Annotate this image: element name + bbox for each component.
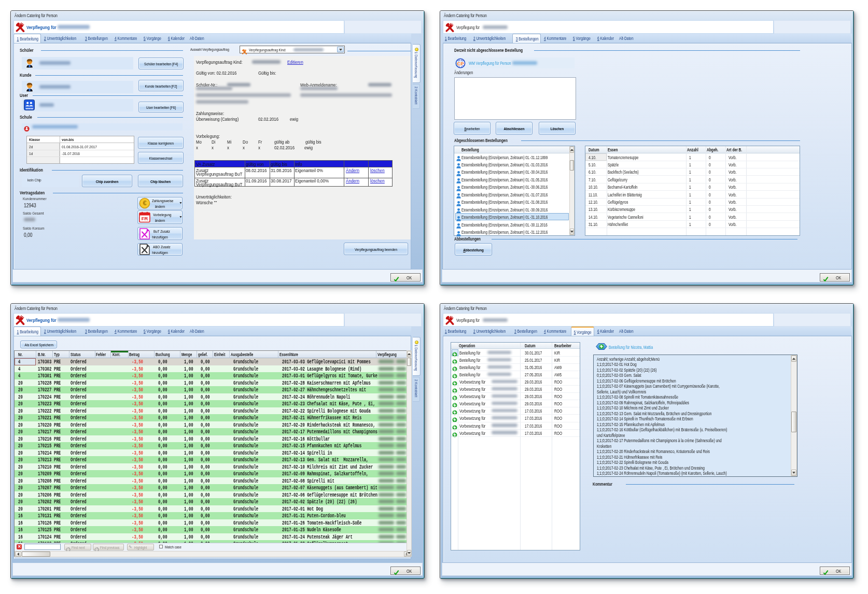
svg-text:FR: FR (142, 216, 148, 221)
svg-text:CP: CP (457, 60, 464, 66)
svg-text:€: € (143, 199, 146, 207)
svg-text:www: www (25, 106, 33, 110)
